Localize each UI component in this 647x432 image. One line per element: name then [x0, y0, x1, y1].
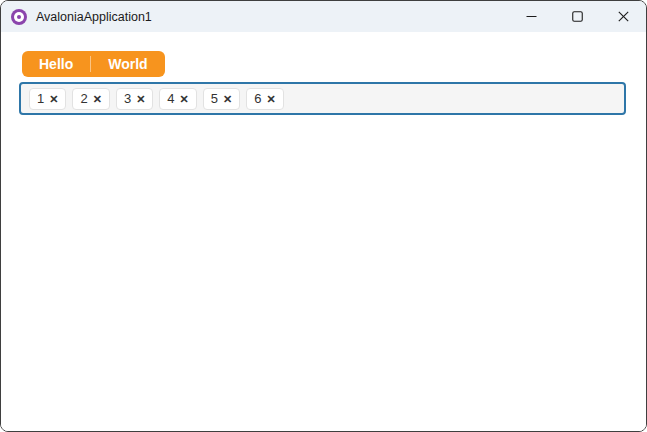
close-icon: ✕ [267, 93, 276, 105]
chip-remove-button[interactable]: ✕ [267, 91, 276, 107]
close-icon: ✕ [136, 93, 145, 105]
chip-item[interactable]: 1 ✕ [29, 88, 66, 110]
hello-world-tab-strip: Hello World [22, 51, 165, 77]
close-button[interactable] [600, 1, 646, 32]
chip-label: 3 [124, 91, 131, 107]
chip-label: 4 [167, 91, 174, 107]
chip-item[interactable]: 4 ✕ [159, 88, 196, 110]
maximize-icon [572, 11, 583, 22]
chip-remove-button[interactable]: ✕ [180, 91, 189, 107]
close-icon: ✕ [180, 93, 189, 105]
chip-remove-button[interactable]: ✕ [136, 91, 145, 107]
window-controls [508, 1, 646, 32]
close-icon [618, 11, 629, 22]
chip-label: 1 [37, 91, 44, 107]
chip-item[interactable]: 2 ✕ [72, 88, 109, 110]
chip-remove-button[interactable]: ✕ [93, 91, 102, 107]
chip-item[interactable]: 5 ✕ [203, 88, 240, 110]
window-title: AvaloniaApplication1 [36, 10, 152, 24]
titlebar[interactable]: AvaloniaApplication1 [1, 1, 646, 32]
minimize-icon [526, 11, 537, 22]
chip-remove-button[interactable]: ✕ [223, 91, 232, 107]
tab-world[interactable]: World [91, 51, 164, 77]
tab-hello[interactable]: Hello [22, 51, 90, 77]
chip-label: 2 [80, 91, 87, 107]
chip-remove-button[interactable]: ✕ [49, 91, 58, 107]
close-icon: ✕ [93, 93, 102, 105]
chip-input-box[interactable]: 1 ✕ 2 ✕ 3 ✕ 4 ✕ 5 ✕ 6 ✕ [19, 82, 626, 115]
chip-item[interactable]: 6 ✕ [246, 88, 283, 110]
maximize-button[interactable] [554, 1, 600, 32]
close-icon: ✕ [223, 93, 232, 105]
content-area: Hello World 1 ✕ 2 ✕ 3 ✕ 4 ✕ 5 ✕ [1, 32, 646, 431]
avalonia-logo-icon [11, 9, 27, 25]
chip-label: 6 [254, 91, 261, 107]
chip-label: 5 [211, 91, 218, 107]
minimize-button[interactable] [508, 1, 554, 32]
close-icon: ✕ [49, 93, 58, 105]
app-window: AvaloniaApplication1 Hello [0, 0, 647, 432]
chip-item[interactable]: 3 ✕ [116, 88, 153, 110]
